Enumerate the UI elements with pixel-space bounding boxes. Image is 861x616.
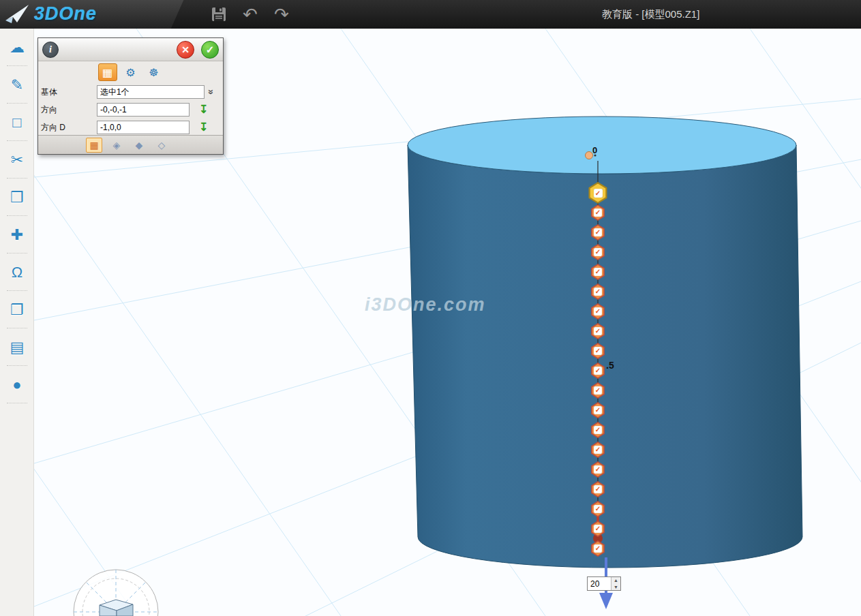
confirm-button[interactable]: ✓	[201, 41, 219, 59]
dialog-titlebar: i ✕ ✓	[38, 38, 223, 61]
direction-field-label: 方向	[41, 104, 97, 116]
point-pattern-tab[interactable]: ☸	[145, 63, 164, 81]
hexagon-marker-icon: ✓	[592, 245, 604, 259]
pattern-style-option-1[interactable]: ▦	[86, 138, 102, 153]
measure-tool[interactable]: ▤	[0, 328, 34, 366]
spacing-input[interactable]	[588, 577, 611, 590]
hexagon-marker-icon: ✓	[592, 206, 604, 219]
cylinder-solid[interactable]	[408, 117, 802, 568]
application-window: 3DOne ↶ ↷ 教育版 - [模型005.Z1] ☁✎□	[0, 0, 861, 616]
pattern-style-option-3[interactable]: ◆	[131, 138, 147, 153]
checkbox-check-icon: ✓	[594, 288, 602, 296]
spinner-up-icon[interactable]: ▲	[611, 577, 620, 584]
brush-edit-tool-icon: ✎	[11, 76, 23, 94]
hexagon-marker-icon: ✓	[592, 482, 604, 496]
move-transform-tool[interactable]: ✚	[0, 216, 34, 253]
hexagon-marker-icon: ✓	[592, 502, 604, 516]
redo-icon: ↷	[274, 5, 289, 23]
hexagon-marker-icon: ✓	[592, 384, 604, 397]
expand-chevron-icon[interactable]: »	[206, 89, 217, 95]
checkbox-check-icon: ✓	[594, 248, 602, 256]
hexagon-marker-icon: ✓	[592, 344, 604, 358]
document-title: 教育版 - [模型005.Z1]	[602, 0, 699, 29]
base-field-label: 基体	[41, 87, 97, 98]
pick-direction-d-icon[interactable]: ↧	[199, 122, 208, 133]
checkbox-check-icon: ✓	[594, 268, 602, 276]
checkbox-check-icon: ✓	[594, 446, 602, 454]
hexagon-marker-icon: ✓	[592, 542, 604, 555]
checkbox-check-icon: ✓	[594, 465, 602, 474]
direction-input[interactable]	[97, 103, 190, 117]
cloud-library-tool-icon: ☁	[10, 39, 25, 57]
hexagon-marker-icon: ✓	[592, 324, 604, 338]
pattern-style-option-4[interactable]: ◇	[153, 138, 170, 153]
checkbox-check-icon: ✓	[594, 209, 602, 217]
hexagon-marker-icon: ✓	[592, 463, 604, 476]
save-button[interactable]	[209, 4, 229, 25]
undo-icon: ↶	[243, 5, 258, 23]
check-icon: ✓	[206, 44, 215, 56]
sketch-plane-tool-icon: □	[12, 114, 21, 132]
base-field-row: 基体 »	[38, 83, 223, 101]
checkbox-check-icon: ✓	[594, 228, 602, 236]
left-toolbar: ☁✎□✂❒✚Ω❐▤●	[0, 29, 34, 616]
save-icon	[211, 7, 226, 22]
redo-button[interactable]: ↷	[271, 4, 292, 25]
paper-plane-icon	[4, 3, 30, 25]
primitive-solid-tool[interactable]: ❒	[0, 179, 34, 216]
assembly-magnet-tool-icon: Ω	[12, 264, 22, 281]
trim-curve-tool[interactable]: ✂	[0, 141, 34, 179]
checkbox-check-icon: ✓	[594, 307, 602, 315]
hexagon-marker-icon: ✓	[592, 423, 604, 437]
cloud-library-tool[interactable]: ☁	[0, 29, 34, 66]
cancel-button[interactable]: ✕	[177, 41, 194, 59]
checkbox-check-icon: ✓	[594, 544, 602, 553]
checkbox-check-icon: ✓	[594, 327, 602, 335]
hexagon-marker-icon: ✓	[592, 285, 604, 298]
app-logo: 3DOne	[4, 3, 97, 25]
brush-edit-tool[interactable]: ✎	[0, 66, 34, 104]
material-render-tool-icon: ●	[12, 376, 21, 394]
direction-d-field-row: 方向 D ↧	[38, 119, 223, 136]
direction-d-input[interactable]	[97, 121, 190, 134]
titlebar: 3DOne ↶ ↷ 教育版 - [模型005.Z1]	[0, 0, 861, 29]
direction-field-row: 方向 ↧	[38, 101, 223, 119]
view-compass[interactable]	[74, 570, 158, 616]
info-icon[interactable]: i	[42, 42, 59, 58]
pattern-type-tabs: ▦⚙☸	[38, 61, 223, 83]
app-name: 3DOne	[34, 3, 97, 25]
spinner-down-icon[interactable]: ▼	[611, 584, 620, 591]
base-selection-input[interactable]	[97, 85, 205, 99]
assembly-magnet-tool[interactable]: Ω	[0, 253, 34, 291]
sketch-plane-tool[interactable]: □	[0, 104, 34, 141]
hexagon-marker-icon: ✓	[592, 265, 604, 279]
hexagon-marker-icon: ✓	[590, 184, 607, 202]
pattern-dialog: i ✕ ✓ ▦⚙☸ 基体 » 方向 ↧ 方向 D ↧ ▦◈◆◇	[37, 37, 224, 155]
hexagon-marker-icon: ✓	[592, 522, 604, 536]
measure-tool-icon: ▤	[10, 339, 25, 356]
combine-solids-tool[interactable]: ❐	[0, 291, 34, 328]
checkbox-check-icon: ✓	[594, 426, 602, 434]
checkbox-check-icon: ✓	[594, 406, 602, 414]
hexagon-marker-icon: ✓	[592, 305, 604, 318]
pattern-style-option-2[interactable]: ◈	[108, 138, 125, 153]
hexagon-marker-icon: ✓	[592, 226, 604, 239]
checkbox-check-icon: ✓	[594, 505, 602, 513]
spacing-spinner: ▲ ▼	[611, 577, 620, 590]
titlebar-toolbar: ↶ ↷	[209, 0, 292, 29]
trim-curve-tool-icon: ✂	[11, 151, 23, 169]
pick-direction-icon[interactable]: ↧	[199, 104, 208, 115]
checkbox-check-icon: ✓	[594, 386, 602, 395]
checkbox-check-icon: ✓	[594, 367, 602, 375]
undo-button[interactable]: ↶	[240, 4, 260, 25]
linear-pattern-tab[interactable]: ▦	[98, 63, 117, 81]
direction-d-field-label: 方向 D	[41, 122, 97, 134]
spacing-value-editor: ▲ ▼	[587, 576, 621, 591]
checkbox-check-icon: ✓	[594, 525, 602, 533]
primitive-solid-tool-icon: ❒	[10, 189, 24, 206]
material-render-tool[interactable]: ●	[0, 366, 34, 403]
circular-pattern-tab[interactable]: ⚙	[121, 63, 140, 81]
close-icon: ✕	[181, 44, 190, 55]
move-transform-tool-icon: ✚	[11, 226, 23, 244]
hexagon-marker-icon: ✓	[592, 443, 604, 457]
